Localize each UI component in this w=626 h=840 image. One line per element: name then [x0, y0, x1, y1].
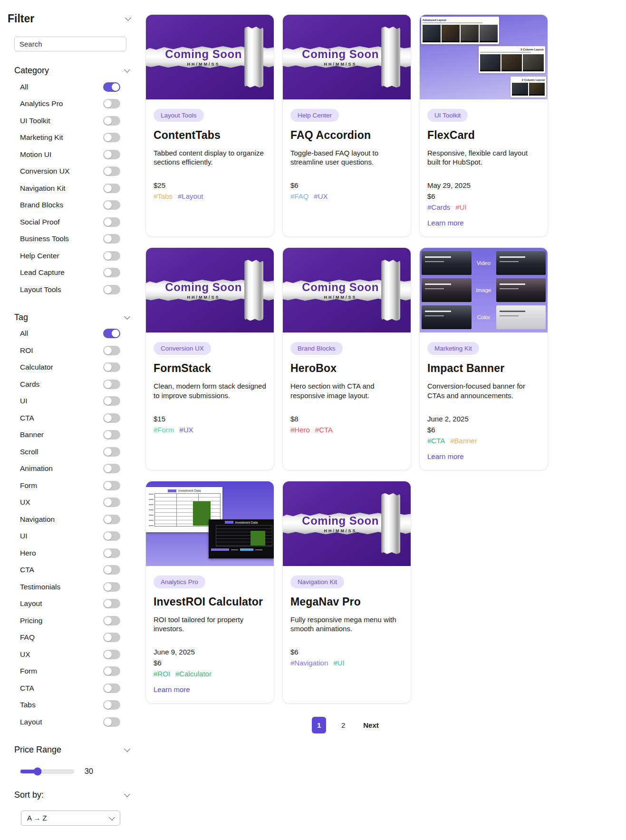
price-slider[interactable] — [20, 770, 74, 773]
price-slider-thumb[interactable] — [33, 767, 41, 775]
filter-toggle-row: Hero — [20, 545, 120, 562]
hash-tag[interactable]: #Calculator — [175, 668, 212, 679]
hash-tag[interactable]: #Layout — [178, 191, 203, 202]
hash-tag[interactable]: #Tabs — [154, 191, 173, 202]
banner-thumb — [496, 278, 546, 302]
hash-tag[interactable]: #Form — [154, 424, 174, 435]
filter-toggle-label: Lead Capture — [20, 268, 65, 277]
toggle-switch[interactable] — [103, 684, 120, 693]
toggle-switch[interactable] — [103, 447, 120, 457]
toggle-switch[interactable] — [103, 133, 120, 142]
hash-tag[interactable]: #UI — [455, 202, 466, 213]
toggle-switch[interactable] — [103, 268, 120, 277]
chevron-down-icon[interactable] — [124, 791, 130, 797]
toggle-switch[interactable] — [103, 217, 120, 227]
page-button[interactable]: 1 — [312, 717, 326, 733]
hash-tag[interactable]: #Banner — [450, 435, 477, 446]
toggle-switch[interactable] — [103, 99, 120, 108]
chevron-down-icon[interactable] — [124, 67, 130, 73]
toggle-switch[interactable] — [103, 531, 120, 541]
toggle-switch[interactable] — [103, 430, 120, 440]
chart-legend: Investment Data — [148, 489, 221, 492]
bar-chart — [216, 525, 272, 547]
sort-select[interactable]: A → Z — [21, 811, 120, 826]
toggle-switch[interactable] — [103, 166, 120, 176]
toggle-switch[interactable] — [103, 150, 120, 159]
toggle-switch[interactable] — [103, 464, 120, 473]
search-input[interactable] — [14, 37, 126, 51]
impact-banner-art: Video Image Color — [420, 248, 548, 332]
product-tags: #FAQ#UX — [290, 191, 328, 202]
filter-toggle-label: Conversion UX — [20, 167, 69, 176]
hash-tag[interactable]: #FAQ — [290, 191, 308, 202]
hash-tag[interactable]: #Navigation — [290, 657, 328, 668]
toggle-switch[interactable] — [103, 666, 120, 676]
toggle-switch[interactable] — [103, 82, 120, 92]
chevron-down-icon[interactable] — [125, 15, 131, 21]
toggle-switch[interactable] — [103, 380, 120, 389]
filter-toggle-row: Conversion UX — [20, 163, 120, 180]
toggle-switch[interactable] — [103, 413, 120, 423]
price-range-section-header[interactable]: Price Range — [14, 745, 131, 755]
toggle-switch[interactable] — [103, 498, 120, 507]
filter-header[interactable]: Filter — [8, 12, 131, 25]
toggle-switch[interactable] — [103, 285, 120, 294]
toggle-switch[interactable] — [103, 650, 120, 659]
chevron-down-icon[interactable] — [124, 313, 130, 320]
toggle-switch[interactable] — [103, 329, 120, 338]
toggle-switch[interactable] — [103, 717, 120, 727]
filter-toggle-row: Banner — [20, 427, 120, 444]
learn-more-link[interactable]: Learn more — [154, 685, 190, 693]
product-card-body: Help Center FAQ Accordion Toggle-based F… — [283, 99, 411, 236]
learn-more-link[interactable]: Learn more — [427, 452, 464, 460]
hash-tag[interactable]: #Hero — [290, 424, 310, 435]
toggle-switch[interactable] — [103, 234, 120, 244]
hash-tag[interactable]: #Cards — [427, 202, 450, 213]
hash-tag[interactable]: #UX — [314, 191, 327, 202]
filter-toggle-label: Help Center — [20, 252, 59, 260]
filter-toggle-row: Navigation — [20, 511, 120, 528]
filter-toggle-row: Cards — [20, 376, 120, 393]
hash-tag[interactable]: #ROI — [154, 668, 170, 679]
toggle-switch[interactable] — [103, 616, 120, 625]
sort-section-header[interactable]: Sort by: — [14, 790, 131, 800]
hash-tag[interactable]: #UI — [333, 657, 344, 668]
toggle-switch[interactable] — [103, 200, 120, 210]
toggle-switch[interactable] — [103, 396, 120, 406]
toggle-switch[interactable] — [103, 599, 120, 608]
hash-tag[interactable]: #UX — [179, 424, 193, 435]
filter-toggle-row: CTA — [20, 562, 120, 579]
product-card-body: UI Toolkit FlexCard Responsive, flexible… — [420, 99, 548, 236]
toggle-switch[interactable] — [103, 362, 120, 372]
chevron-down-icon[interactable] — [124, 746, 130, 752]
toggle-switch[interactable] — [103, 565, 120, 575]
product-thumbnail: Coming Soon HH/MM/SS — [146, 248, 274, 332]
toggle-switch[interactable] — [103, 251, 120, 261]
filter-toggle-label: Brand Blocks — [20, 201, 63, 209]
toggle-switch[interactable] — [103, 700, 120, 710]
toggle-switch[interactable] — [103, 582, 120, 592]
toggle-switch[interactable] — [103, 116, 120, 126]
banner-thumb — [496, 251, 546, 275]
toggle-switch[interactable] — [103, 481, 120, 490]
toggle-switch[interactable] — [103, 633, 120, 642]
toggle-switch[interactable] — [103, 346, 120, 355]
category-section-header[interactable]: Category — [14, 66, 131, 76]
product-tags: #Tabs#Layout — [154, 191, 203, 202]
toggle-switch[interactable] — [103, 184, 120, 193]
filter-toggle-row: UI — [20, 528, 120, 545]
learn-more-link[interactable]: Learn more — [427, 219, 464, 227]
tag-section-header[interactable]: Tag — [14, 313, 131, 322]
axis-labels — [211, 548, 271, 551]
toggle-switch[interactable] — [103, 548, 120, 558]
filter-toggle-label: Animation — [20, 464, 53, 473]
next-page-button[interactable]: Next — [360, 721, 382, 730]
hash-tag[interactable]: #CTA — [315, 424, 333, 435]
page-button[interactable]: 2 — [338, 721, 348, 729]
toggle-switch[interactable] — [103, 515, 120, 524]
product-price: $6 — [427, 424, 477, 435]
paper-roll — [244, 260, 263, 321]
hash-tag[interactable]: #CTA — [427, 435, 445, 446]
layout-preview-panel: 2 Column Layout — [510, 77, 546, 98]
category-badge: Help Center — [290, 109, 339, 122]
